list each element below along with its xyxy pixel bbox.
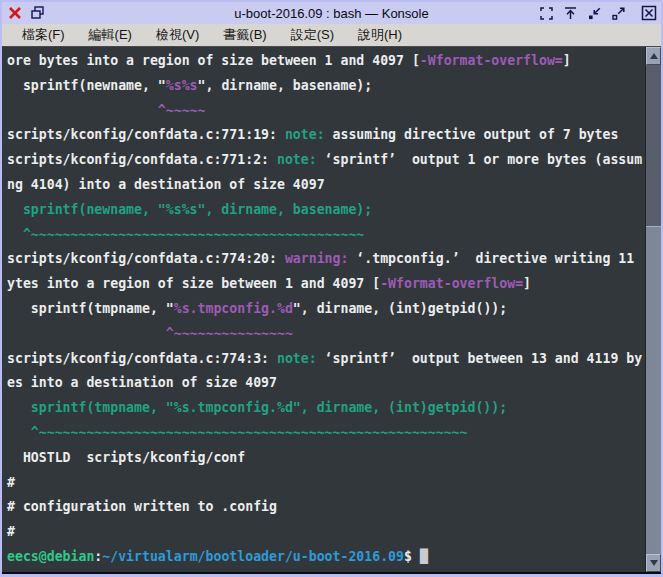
menu-help[interactable]: 說明(H): [346, 24, 414, 46]
terminal-row: scripts/kconfig/confdata.c:771:19: note:…: [7, 123, 645, 148]
menu-edit[interactable]: 編輯(E): [77, 24, 144, 46]
menu-file[interactable]: 檔案(F): [10, 24, 77, 46]
scrollbar-track[interactable]: [646, 65, 661, 554]
terminal-area: ore bytes into a region of size between …: [2, 47, 661, 572]
menu-bookmarks[interactable]: 書籤(B): [211, 24, 278, 46]
corner-brackets-glyph: [539, 6, 554, 21]
minimize-arrow-icon[interactable]: [586, 5, 603, 22]
konsole-window: u-boot-2016.09 : bash — Konsole: [0, 0, 663, 577]
terminal-row: sprintf(newname, "%s%s", dirname, basena…: [7, 74, 645, 99]
arrow-up-to-bar-glyph: [563, 6, 578, 21]
maximize-arrow-icon[interactable]: [610, 5, 627, 22]
terminal-row: #: [7, 520, 645, 545]
scroll-down-button[interactable]: [646, 554, 661, 572]
terminal-row: ^~~~~~~~~~~~~~~~~~~~~~~~~~~~~~~~~~~~~~~~…: [7, 421, 645, 446]
window-bottom-edge: [2, 572, 661, 574]
overlapping-squares-glyph: [30, 5, 46, 21]
red-x-icon[interactable]: [6, 5, 23, 22]
terminal-row: ore bytes into a region of size between …: [7, 49, 645, 74]
red-x-glyph: [8, 6, 22, 20]
terminal-row: scripts/kconfig/confdata.c:774:3: note: …: [7, 347, 645, 372]
terminal-row: HOSTLD scripts/kconfig/conf: [7, 446, 645, 471]
terminal-row: sprintf(newname, "%s%s", dirname, basena…: [7, 198, 645, 223]
terminal-row: # configuration written to .config: [7, 495, 645, 520]
terminal-row: ng 4104) into a destination of size 4097: [7, 173, 645, 198]
scroll-up-button[interactable]: [646, 47, 661, 65]
triangle-down-icon: [650, 560, 658, 566]
scrollbar-thumb[interactable]: [646, 226, 661, 554]
arrow-into-corner-glyph: [587, 6, 602, 21]
menubar: 檔案(F) 編輯(E) 檢視(V) 書籤(B) 設定(S) 說明(H): [2, 24, 661, 47]
terminal-row: eecs@debian:~/virtualarm/bootloader/u-bo…: [7, 545, 645, 570]
terminal-row: ^~~~~~~~~~~~~~~~~~~~~~~~~~~~~~~~~~~~~~~~…: [7, 223, 645, 248]
terminal-row: #: [7, 471, 645, 496]
terminal-row: sprintf(tmpname, "%s.tmpconfig.%d", dirn…: [7, 396, 645, 421]
terminal-row: ^~~~~~~~~~~~~~~~: [7, 322, 645, 347]
close-box-icon[interactable]: [640, 5, 657, 22]
boxed-x-glyph: [641, 5, 657, 21]
terminal-row: ^~~~~~: [7, 99, 645, 124]
terminal-row: sprintf(tmpname, "%s.tmpconfig.%d", dirn…: [7, 297, 645, 322]
shade-up-icon[interactable]: [562, 5, 579, 22]
fullscreen-corners-icon[interactable]: [538, 5, 555, 22]
titlebar[interactable]: u-boot-2016.09 : bash — Konsole: [2, 2, 661, 24]
triangle-up-icon: [650, 53, 658, 59]
scrollbar: [645, 47, 661, 572]
terminal-row: scripts/kconfig/confdata.c:774:20: warni…: [7, 247, 645, 272]
terminal-row: ytes into a region of size between 1 and…: [7, 272, 645, 297]
terminal-row: es into a destination of size 4097: [7, 371, 645, 396]
terminal-row: scripts/kconfig/confdata.c:771:2: note: …: [7, 148, 645, 173]
arrow-out-of-corner-glyph: [611, 6, 626, 21]
menu-view[interactable]: 檢視(V): [144, 24, 211, 46]
menu-settings[interactable]: 設定(S): [279, 24, 346, 46]
terminal-output[interactable]: ore bytes into a region of size between …: [2, 47, 645, 572]
restore-windows-icon[interactable]: [29, 5, 46, 22]
